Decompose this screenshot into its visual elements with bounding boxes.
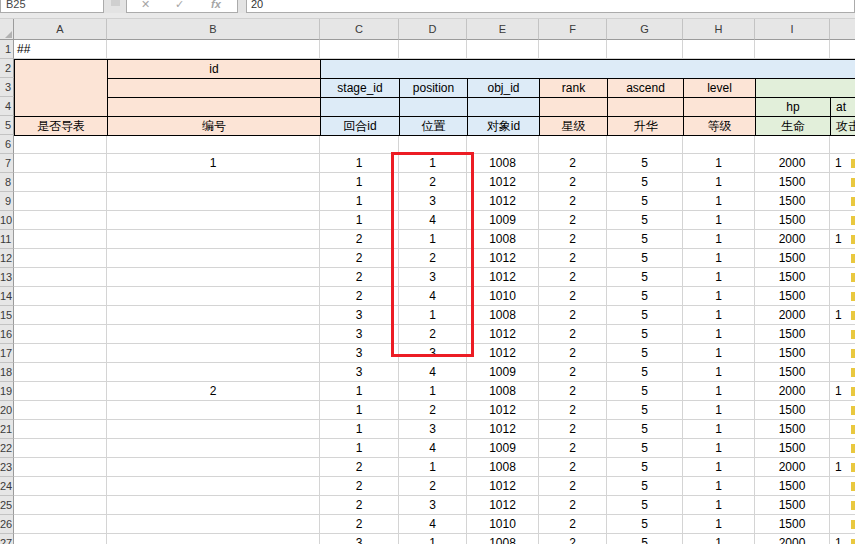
row-header-16[interactable]: 16 <box>0 325 14 344</box>
cell-J6[interactable] <box>830 135 855 154</box>
cell-G19[interactable]: 5 <box>607 382 683 401</box>
cell-D17[interactable]: 3 <box>399 344 467 363</box>
cell-H19[interactable]: 1 <box>683 382 755 401</box>
cell-D25[interactable]: 3 <box>399 496 467 515</box>
header-cell-D5[interactable]: 位置 <box>399 116 468 136</box>
column-header-B[interactable]: B <box>107 19 320 40</box>
header-cell-A5[interactable]: 是否导表 <box>14 116 108 136</box>
cell-B25[interactable] <box>107 496 320 515</box>
cell-G20[interactable]: 5 <box>607 401 683 420</box>
cell-E25[interactable]: 1012 <box>467 496 539 515</box>
row-header-24[interactable]: 24 <box>0 477 14 496</box>
row-header-1[interactable]: 1 <box>0 40 14 59</box>
cell-C10[interactable]: 1 <box>320 211 399 230</box>
cell-B20[interactable] <box>107 401 320 420</box>
cell-E1[interactable] <box>467 40 539 59</box>
cell-A7[interactable] <box>14 154 107 173</box>
cell-I10[interactable]: 1500 <box>755 211 830 230</box>
cell-G13[interactable]: 5 <box>607 268 683 287</box>
cell-I11[interactable]: 2000 <box>755 230 830 249</box>
cell-B18[interactable] <box>107 363 320 382</box>
cell-A1[interactable]: ## <box>14 40 107 59</box>
cell-I19[interactable]: 2000 <box>755 382 830 401</box>
cell-G22[interactable]: 5 <box>607 439 683 458</box>
cell-I7[interactable]: 2000 <box>755 154 830 173</box>
cell-G15[interactable]: 5 <box>607 306 683 325</box>
header-cell-E5[interactable]: 对象id <box>467 116 540 136</box>
header-cell-B5[interactable]: 编号 <box>107 116 321 136</box>
cell-B17[interactable] <box>107 344 320 363</box>
column-header-J[interactable] <box>830 19 855 40</box>
cell-E13[interactable]: 1012 <box>467 268 539 287</box>
header-cell-F5[interactable]: 星级 <box>539 116 608 136</box>
cell-H18[interactable]: 1 <box>683 363 755 382</box>
cancel-icon[interactable]: ✕ <box>141 0 150 13</box>
cell-A15[interactable] <box>14 306 107 325</box>
cell-C26[interactable]: 2 <box>320 515 399 534</box>
row-header-9[interactable]: 9 <box>0 192 14 211</box>
cell-H26[interactable]: 1 <box>683 515 755 534</box>
cell-C7[interactable]: 1 <box>320 154 399 173</box>
cell-B10[interactable] <box>107 211 320 230</box>
column-header-G[interactable]: G <box>607 19 683 40</box>
cell-I25[interactable]: 1500 <box>755 496 830 515</box>
cell-D23[interactable]: 1 <box>399 458 467 477</box>
cell-B14[interactable] <box>107 287 320 306</box>
cell-H12[interactable]: 1 <box>683 249 755 268</box>
cell-F26[interactable]: 2 <box>539 515 607 534</box>
row-header-18[interactable]: 18 <box>0 363 14 382</box>
cell-G7[interactable]: 5 <box>607 154 683 173</box>
cell-I24[interactable]: 1500 <box>755 477 830 496</box>
cell-H25[interactable]: 1 <box>683 496 755 515</box>
cell-C9[interactable]: 1 <box>320 192 399 211</box>
row-header-22[interactable]: 22 <box>0 439 14 458</box>
header-cell-F3[interactable]: rank <box>539 78 608 98</box>
cell-E15[interactable]: 1008 <box>467 306 539 325</box>
cell-G26[interactable]: 5 <box>607 515 683 534</box>
header-cell-G5[interactable]: 升华 <box>607 116 684 136</box>
cell-I12[interactable]: 1500 <box>755 249 830 268</box>
cell-D18[interactable]: 4 <box>399 363 467 382</box>
cell-C24[interactable]: 2 <box>320 477 399 496</box>
cell-A12[interactable] <box>14 249 107 268</box>
cell-D26[interactable]: 4 <box>399 515 467 534</box>
cell-F13[interactable]: 2 <box>539 268 607 287</box>
cell-B12[interactable] <box>107 249 320 268</box>
cell-B7[interactable]: 1 <box>107 154 320 173</box>
cell-H21[interactable]: 1 <box>683 420 755 439</box>
cell-E16[interactable]: 1012 <box>467 325 539 344</box>
cell-E6[interactable] <box>467 135 539 154</box>
cell-F23[interactable]: 2 <box>539 458 607 477</box>
cell-G1[interactable] <box>607 40 683 59</box>
cell-C14[interactable]: 2 <box>320 287 399 306</box>
cell-F19[interactable]: 2 <box>539 382 607 401</box>
cell-E23[interactable]: 1008 <box>467 458 539 477</box>
row-header-6[interactable]: 6 <box>0 135 14 154</box>
cell-B26[interactable] <box>107 515 320 534</box>
cell-I8[interactable]: 1500 <box>755 173 830 192</box>
cell-E19[interactable]: 1008 <box>467 382 539 401</box>
enter-icon[interactable]: ✓ <box>175 0 184 13</box>
cell-D12[interactable]: 2 <box>399 249 467 268</box>
cell-F10[interactable]: 2 <box>539 211 607 230</box>
cell-D24[interactable]: 2 <box>399 477 467 496</box>
cell-E18[interactable]: 1009 <box>467 363 539 382</box>
cell-A16[interactable] <box>14 325 107 344</box>
cell-A11[interactable] <box>14 230 107 249</box>
cell-I6[interactable] <box>755 135 830 154</box>
cell-E21[interactable]: 1012 <box>467 420 539 439</box>
cell-C15[interactable]: 3 <box>320 306 399 325</box>
cell-F11[interactable]: 2 <box>539 230 607 249</box>
row-header-5[interactable]: 5 <box>0 116 14 135</box>
cell-G11[interactable]: 5 <box>607 230 683 249</box>
cell-I9[interactable]: 1500 <box>755 192 830 211</box>
cell-F6[interactable] <box>539 135 607 154</box>
header-cell-J5[interactable]: 攻击 <box>830 116 855 136</box>
cell-H7[interactable]: 1 <box>683 154 755 173</box>
cell-D8[interactable]: 2 <box>399 173 467 192</box>
row-header-19[interactable]: 19 <box>0 382 14 401</box>
header-cell-E4[interactable] <box>467 97 540 117</box>
cell-E20[interactable]: 1012 <box>467 401 539 420</box>
cell-A13[interactable] <box>14 268 107 287</box>
cell-C23[interactable]: 2 <box>320 458 399 477</box>
